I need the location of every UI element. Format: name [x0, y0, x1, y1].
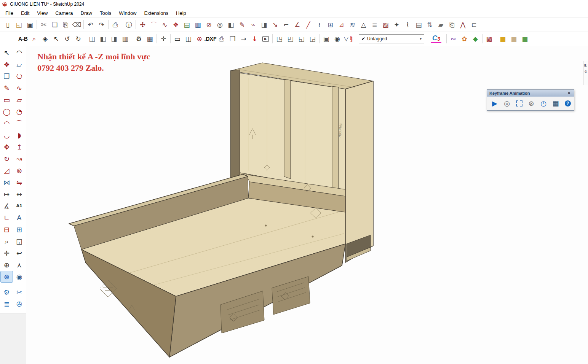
- menu-draw[interactable]: Draw: [77, 9, 96, 17]
- ab-points-label[interactable]: A-B: [18, 33, 29, 44]
- knife-icon[interactable]: ✄: [38, 19, 49, 30]
- cancel-icon[interactable]: ⊗: [527, 99, 536, 108]
- arrow-curve-icon[interactable]: ➘: [270, 19, 281, 30]
- copy-icon[interactable]: ❏: [49, 19, 60, 30]
- zoom-window-tool[interactable]: ◲: [13, 236, 25, 247]
- triangle-icon[interactable]: △: [358, 19, 369, 30]
- hatch-icon[interactable]: ▨: [380, 19, 391, 30]
- tray-panel-icon[interactable]: ◧: [584, 63, 588, 67]
- plugin-layers-tool[interactable]: ≣: [1, 299, 13, 310]
- print-drawing-icon[interactable]: ⎙: [216, 33, 227, 44]
- video-play-icon[interactable]: ▶: [260, 33, 271, 44]
- delete-icon[interactable]: ⌫: [71, 19, 82, 30]
- view-front-box-icon[interactable]: ◱: [296, 33, 307, 44]
- two-point-arc-tool[interactable]: ⌒: [13, 118, 25, 129]
- menu-help[interactable]: Help: [172, 9, 190, 17]
- view-right-box-icon[interactable]: ◲: [307, 33, 318, 44]
- select-cursor-icon[interactable]: ↖: [51, 33, 62, 44]
- stack-panels-icon[interactable]: ▥: [192, 19, 203, 30]
- keyframe-panel-titlebar[interactable]: Keyframe Animation ×: [487, 90, 574, 97]
- diagonal-line-icon[interactable]: ╱: [303, 19, 314, 30]
- waves-icon[interactable]: ≋: [347, 19, 358, 30]
- polygon-tool[interactable]: ⎔: [13, 71, 25, 82]
- redo-icon[interactable]: ↷: [96, 19, 107, 30]
- pin-icon[interactable]: ✦: [391, 19, 402, 30]
- section-fill-tool[interactable]: ⊞: [13, 224, 25, 235]
- orbit-tool[interactable]: ⊛: [1, 271, 13, 282]
- menu-view[interactable]: View: [33, 9, 51, 17]
- dxf-label[interactable]: .DXF: [205, 33, 216, 44]
- elevation-back-icon[interactable]: ◧: [97, 33, 109, 44]
- new-document-icon[interactable]: ▯: [2, 19, 13, 30]
- c3-plugin-logo[interactable]: C 3: [431, 35, 441, 43]
- zoom-extents-tool[interactable]: ✛: [1, 248, 13, 259]
- panel-frame-icon[interactable]: ◧: [225, 19, 236, 30]
- split-panes-icon[interactable]: ◫: [183, 33, 194, 44]
- plugin-gear-tool[interactable]: ⚙: [1, 287, 13, 298]
- tape-measure-tool[interactable]: ↦: [1, 189, 13, 200]
- pipe-icon[interactable]: ⌇: [402, 19, 413, 30]
- save-icon[interactable]: ▣: [24, 19, 35, 30]
- tray-target-icon[interactable]: ⊙: [584, 69, 588, 74]
- wireframe-rect-icon[interactable]: ▭: [172, 33, 183, 44]
- make-component-tool[interactable]: ❐: [1, 71, 13, 82]
- menu-tools[interactable]: Tools: [96, 9, 115, 17]
- squiggle-icon[interactable]: ≀: [314, 19, 325, 30]
- selection-box-icon[interactable]: [514, 99, 524, 108]
- push-pull-tool[interactable]: ↥: [13, 141, 25, 153]
- view-top-box-icon[interactable]: ◰: [285, 33, 296, 44]
- arrow-right-icon[interactable]: →: [238, 33, 249, 44]
- arc-points-icon[interactable]: ⌒: [148, 19, 159, 30]
- vertex-edit-icon[interactable]: ✣: [137, 19, 148, 30]
- arc-tool[interactable]: ◠: [1, 118, 13, 129]
- draw-profile-icon[interactable]: ✎: [236, 19, 248, 30]
- model-viewport[interactable]: Nhận thiết kế A -Z mọi lĩnh vực 0792 403…: [26, 46, 588, 364]
- material-box-yellow-icon[interactable]: ■: [497, 33, 508, 44]
- elevation-left-icon[interactable]: ◨: [109, 33, 120, 44]
- green-gem-icon[interactable]: ◆: [470, 33, 481, 44]
- hole-punch-icon[interactable]: ◎: [214, 19, 225, 30]
- close-icon[interactable]: ×: [566, 91, 572, 96]
- roof-icon[interactable]: ⋀: [457, 19, 468, 30]
- corner-angle-icon[interactable]: ⌐: [281, 19, 292, 30]
- view-back-box-icon[interactable]: ▣: [321, 33, 332, 44]
- plugin-wrench-tool[interactable]: ✇: [13, 299, 25, 310]
- drop-vertices-icon[interactable]: ❖: [170, 19, 181, 30]
- grid-table-icon[interactable]: ▦: [144, 33, 155, 44]
- model-info-icon[interactable]: ⓘ: [123, 19, 134, 30]
- text-tool[interactable]: A1: [13, 200, 25, 211]
- view-iso-box-icon[interactable]: ◳: [274, 33, 285, 44]
- freehand-tool[interactable]: ∿: [13, 83, 25, 94]
- move-crosshair-icon[interactable]: ✛: [158, 33, 169, 44]
- shear-icon[interactable]: ▰: [435, 19, 446, 30]
- stopwatch-icon[interactable]: ◷: [539, 99, 548, 108]
- section-plane-tool[interactable]: ⊟: [1, 224, 13, 235]
- center-target-icon[interactable]: ⊕: [194, 33, 205, 44]
- panel-tray-fragment[interactable]: ◧⊙: [583, 61, 588, 85]
- menu-camera[interactable]: Camera: [51, 9, 77, 17]
- flip-tool[interactable]: ⇋: [13, 177, 25, 188]
- plugin-cut-tool[interactable]: ✂: [13, 287, 25, 298]
- offset-tool[interactable]: ⊚: [13, 165, 25, 176]
- beam-icon[interactable]: ⊏: [468, 19, 479, 30]
- help-icon[interactable]: ?: [563, 99, 572, 108]
- previous-view-tool[interactable]: ↩: [13, 248, 25, 259]
- abf-tool-icon[interactable]: ▽ ABF: [343, 33, 356, 44]
- place-camera-icon[interactable]: ◉: [332, 33, 343, 44]
- three-d-text-tool[interactable]: A: [13, 212, 25, 223]
- look-around-tool[interactable]: ◉: [13, 271, 25, 282]
- keyframe-animation-panel[interactable]: Keyframe Animation × ▶◎⊗◷▦?: [487, 89, 574, 111]
- lift-icon[interactable]: ⇅: [424, 19, 435, 30]
- tag-diamond-icon[interactable]: ◈: [40, 33, 51, 44]
- gear-icon[interactable]: ⚙: [133, 33, 144, 44]
- rectangle-tool[interactable]: ▭: [1, 94, 13, 105]
- wedge-icon[interactable]: ⊿: [336, 19, 347, 30]
- menu-extensions[interactable]: Extensions: [141, 9, 173, 17]
- tags-dropdown[interactable]: ✔ Untagged ▾: [359, 34, 424, 43]
- dimension-tool[interactable]: ↔: [13, 189, 25, 200]
- pie-tool[interactable]: ◔: [13, 106, 25, 117]
- solid-box-icon[interactable]: ◨: [259, 19, 270, 30]
- zoom-tool[interactable]: ⌕: [1, 236, 13, 247]
- follow-me-tool[interactable]: ↝: [13, 153, 25, 164]
- page-flip-icon[interactable]: ⎗: [446, 19, 457, 30]
